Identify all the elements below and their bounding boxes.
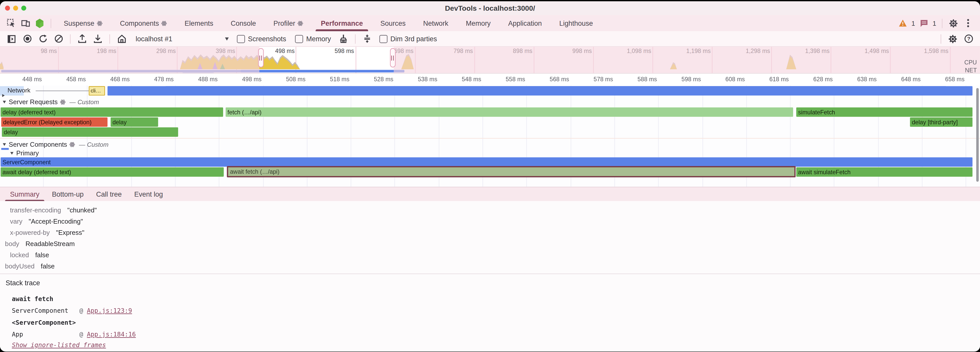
dim-3rd-parties-checkbox[interactable]: Dim 3rd parties	[379, 35, 437, 43]
divider	[355, 34, 355, 44]
minimize-window-button[interactable]	[13, 6, 18, 11]
clear-icon[interactable]	[53, 33, 64, 44]
network-track-line	[36, 90, 89, 91]
help-icon[interactable]: ?	[963, 33, 974, 44]
show-ignore-listed-frames-link[interactable]: Show ignore-listed frames	[12, 342, 106, 352]
network-request-chip[interactable]: cli…	[89, 86, 105, 95]
message-count[interactable]: 1	[932, 19, 936, 27]
ruler-time-label: 648 ms	[886, 76, 921, 82]
tab-components[interactable]: Components	[111, 15, 176, 31]
ruler-time-label: 558 ms	[490, 76, 525, 82]
device-toolbar-icon[interactable]	[21, 18, 30, 28]
event-bar-servercomponent[interactable]: ServerComponent	[0, 157, 972, 167]
details-tab-bottom-up[interactable]: Bottom-up	[46, 187, 90, 201]
source-location-link[interactable]: App.js:123:9	[87, 307, 132, 314]
event-bar-await-delay-deferred-text-[interactable]: await delay (deferred text)	[0, 167, 224, 177]
property-row: transfer-encoding"chunked"	[5, 204, 980, 216]
property-key: x-powered-by	[10, 228, 50, 236]
selection-handle-left[interactable]	[258, 48, 263, 68]
target-selector[interactable]: localhost #1	[136, 35, 229, 42]
details-tab-call-tree[interactable]: Call tree	[90, 187, 128, 201]
tab-network[interactable]: Network	[414, 15, 457, 31]
event-bar-await-simulatefetch[interactable]: await simulateFetch	[796, 167, 972, 177]
upload-profile-icon[interactable]	[77, 33, 88, 44]
details-tab-label: Bottom-up	[52, 190, 84, 198]
event-bar-delay[interactable]: delay	[111, 117, 158, 127]
property-row: vary"Accept-Encoding"	[5, 216, 980, 227]
track-separator	[0, 138, 980, 139]
ruler-time-label: 588 ms	[622, 76, 657, 82]
screenshots-checkbox[interactable]: Screenshots	[237, 35, 286, 43]
ruler-time-label: 598 ms	[666, 76, 701, 82]
ruler-time-label: 628 ms	[798, 76, 833, 82]
property-value: false	[35, 251, 49, 258]
tab-application[interactable]: Application	[500, 15, 550, 31]
capture-settings-gear-icon[interactable]	[947, 33, 958, 44]
source-location-link[interactable]: App.js:184:16	[87, 331, 136, 338]
tab-console[interactable]: Console	[222, 15, 265, 31]
garbage-collect-icon[interactable]	[338, 33, 348, 44]
network-request-bar[interactable]	[108, 86, 973, 95]
memory-checkbox[interactable]: Memory	[295, 35, 331, 43]
property-row: lockedfalse	[5, 249, 980, 260]
primary-subtrack-header[interactable]: Primary	[10, 149, 39, 157]
network-track-label[interactable]: Network	[7, 87, 30, 94]
frame-name: ServerComponent	[12, 307, 80, 314]
event-bar-await-fetch-api-[interactable]: await fetch (…/api)	[227, 166, 795, 177]
tab-profiler[interactable]: Profiler	[265, 15, 312, 31]
tab-lighthouse[interactable]: Lighthouse	[550, 15, 602, 31]
tab-label: Sources	[380, 19, 406, 27]
event-bar-delayederror-delayed-exception-[interactable]: delayedError (Delayed exception)	[1, 117, 108, 127]
inspect-element-icon[interactable]	[6, 18, 16, 28]
tab-suspense[interactable]: Suspense	[55, 15, 111, 31]
property-value: ReadableStream	[25, 240, 75, 247]
network-track-row: Network cli…	[0, 86, 980, 95]
details-tab-event-log[interactable]: Event log	[128, 187, 169, 201]
vertical-scrollbar[interactable]	[976, 88, 979, 182]
divider	[941, 34, 941, 44]
warning-count[interactable]: 1	[912, 19, 915, 27]
toggle-sidebar-icon[interactable]	[6, 33, 17, 44]
settings-gear-icon[interactable]	[949, 18, 958, 28]
timeline-overview[interactable]: 98 ms198 ms298 ms398 ms498 ms598 ms698 m…	[0, 47, 980, 74]
tab-label: Components	[120, 19, 159, 27]
checkbox-label: Dim 3rd parties	[390, 35, 437, 42]
response-properties: transfer-encoding"chunked"vary"Accept-En…	[0, 201, 980, 271]
event-bar-simulatefetch[interactable]: simulateFetch	[796, 108, 972, 117]
server-components-header[interactable]: Server Components — Custom	[3, 141, 108, 148]
details-pane: transfer-encoding"chunked"vary"Accept-En…	[0, 201, 980, 352]
record-icon[interactable]	[22, 33, 33, 44]
close-window-button[interactable]	[5, 6, 10, 11]
overview-dim-overlay	[0, 47, 259, 73]
server-requests-header[interactable]: Server Requests — Custom	[3, 98, 99, 105]
tab-sources[interactable]: Sources	[372, 15, 415, 31]
event-bar-delay[interactable]: delay	[2, 127, 178, 137]
reload-record-icon[interactable]	[38, 33, 48, 44]
track-indicator	[1, 148, 9, 150]
home-icon[interactable]	[116, 33, 127, 44]
details-tab-summary[interactable]: Summary	[4, 187, 46, 201]
ruler-time-label: 638 ms	[842, 76, 877, 82]
more-options-kebab-icon[interactable]	[963, 18, 973, 28]
tab-memory[interactable]: Memory	[457, 15, 500, 31]
stack-text: await fetch	[12, 295, 53, 302]
timeline-ruler: 448 ms458 ms468 ms478 ms488 ms498 ms508 …	[0, 74, 980, 86]
tab-performance[interactable]: Performance	[312, 15, 372, 31]
tab-elements[interactable]: Elements	[176, 15, 222, 31]
stack-text: <ServerComponent>	[12, 319, 76, 326]
maximize-window-button[interactable]	[21, 6, 26, 11]
details-tab-label: Event log	[134, 190, 163, 198]
checkbox-label: Memory	[306, 35, 331, 42]
event-bar-fetch-api-[interactable]: fetch (…/api)	[226, 108, 793, 117]
event-bar-delay-third-party-[interactable]: delay [third-party]	[910, 117, 972, 127]
collapse-tracks-icon[interactable]	[361, 33, 372, 44]
frame-name: App	[12, 331, 80, 338]
divider	[51, 18, 51, 28]
selection-handle-right[interactable]	[390, 48, 395, 68]
warning-icon[interactable]	[899, 18, 908, 28]
event-bar-delay-deferred-text-[interactable]: delay (deferred text)	[0, 108, 223, 117]
download-profile-icon[interactable]	[92, 33, 103, 44]
react-atom-icon	[70, 141, 75, 147]
property-value: false	[41, 262, 54, 270]
message-bubble-icon[interactable]	[920, 18, 929, 28]
